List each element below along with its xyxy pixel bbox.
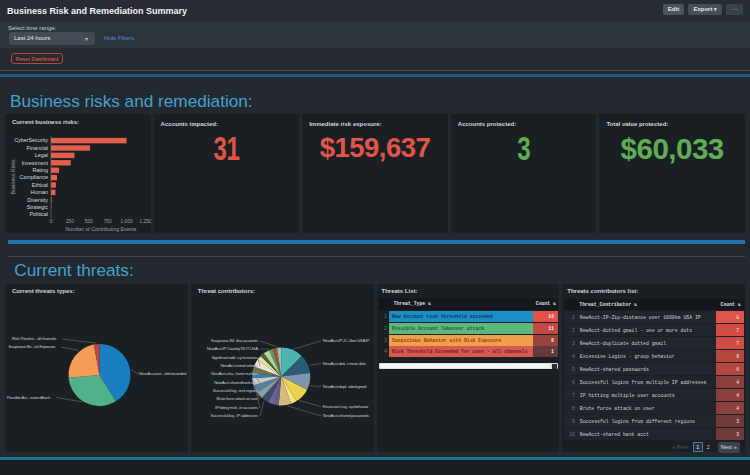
svg-text:Ethical: Ethical [32,182,48,188]
svg-text:CyberSecurity: CyberSecurity [14,137,48,143]
svg-text:Strategic: Strategic [27,204,49,210]
svg-text:Diversity: Diversity [27,197,48,203]
svg-text:Business Risks: Business Risks [10,159,16,195]
svg-text:500: 500 [85,219,93,224]
svg-text:250: 250 [66,219,74,224]
svg-text:Compliance: Compliance [20,174,48,180]
svg-text:Legal: Legal [35,152,48,158]
svg-text:750: 750 [104,219,112,224]
svg-text:Human: Human [31,189,48,195]
svg-text:0: 0 [50,219,53,224]
svg-text:Number of Contributing Events: Number of Contributing Events [66,226,137,232]
svg-text:Financial: Financial [26,145,48,151]
svg-text:Political: Political [29,211,48,217]
svg-text:Investment: Investment [22,160,49,166]
svg-text:1,250: 1,250 [139,219,151,224]
svg-text:Rating: Rating [32,167,48,173]
svg-text:1,000: 1,000 [121,219,133,224]
